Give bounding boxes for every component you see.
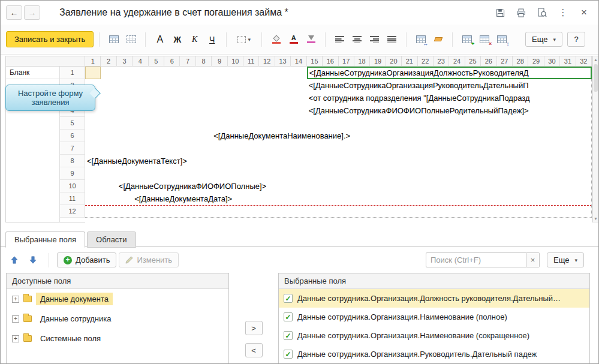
tab-selected-fields[interactable]: Выбранные поля [5, 231, 85, 248]
panel-more-button[interactable]: Еще▾ [547, 252, 584, 267]
selected-field-row[interactable]: ✓Данные сотрудника.Организация.Руководит… [279, 345, 589, 363]
save-icon[interactable] [494, 7, 506, 19]
cell-text[interactable]: <[ДанныеДокументаТекст]> [87, 155, 187, 167]
add-cells-icon[interactable]: + [459, 32, 475, 47]
checkbox[interactable]: ✓ [284, 294, 293, 303]
italic-icon[interactable]: К [186, 32, 203, 47]
column-header[interactable]: 32 [576, 56, 592, 67]
row-header[interactable]: 12 [60, 205, 85, 218]
row-header[interactable]: 7 [60, 142, 85, 155]
help-button[interactable]: ? [567, 32, 585, 47]
cell-text[interactable]: <от сотрудника подразделения "[ДанныеСот… [309, 92, 530, 104]
column-header[interactable]: 31 [560, 56, 576, 67]
column-header[interactable]: 20 [386, 56, 402, 67]
move-right-button[interactable]: > [245, 321, 263, 335]
cell-text[interactable]: <[ДанныеСотрудникаОрганизацияРуководител… [309, 79, 529, 92]
section-label[interactable]: Бланк [6, 67, 59, 79]
column-header[interactable]: 12 [259, 56, 275, 67]
tree-item[interactable]: +Данные документа [7, 289, 228, 309]
column-header[interactable]: 25 [465, 56, 481, 67]
grid-body[interactable]: <[ДанныеСотрудникаОрганизацияДолжностьРу… [85, 67, 592, 222]
column-header[interactable]: 23 [434, 56, 449, 67]
row-header[interactable]: 6 [60, 130, 85, 142]
forward-button[interactable]: → [24, 5, 40, 20]
checkbox[interactable]: ✓ [284, 312, 293, 321]
selected-field-row[interactable]: ✓Данные сотрудника.Организация.Должность… [279, 289, 589, 308]
expand-icon[interactable]: + [12, 315, 19, 323]
column-header[interactable]: 21 [402, 56, 417, 67]
column-header[interactable]: 11 [243, 56, 259, 67]
align-right-icon[interactable] [366, 32, 383, 47]
column-header[interactable]: 18 [354, 56, 370, 67]
sheet-corner[interactable] [6, 56, 85, 67]
show-headers-icon[interactable] [106, 32, 122, 47]
column-header[interactable]: 19 [370, 56, 386, 67]
scrollbar-thumb[interactable] [594, 64, 598, 92]
align-left-icon[interactable] [332, 32, 348, 47]
column-header[interactable]: 15 [307, 56, 323, 67]
column-header[interactable]: 27 [497, 56, 513, 67]
column-header[interactable]: 14 [291, 56, 306, 67]
checkbox[interactable]: ✓ [284, 350, 293, 359]
expand-icon[interactable]: + [12, 296, 19, 303]
merge-cells-icon[interactable]: ↔ [413, 32, 429, 47]
column-header[interactable]: 1 [85, 56, 101, 67]
row-header[interactable]: 9 [60, 167, 85, 180]
tree-item[interactable]: +Данные сотрудника [7, 309, 228, 329]
column-header[interactable]: 24 [449, 56, 465, 67]
row-header[interactable]: 5 [60, 117, 85, 130]
move-cells-icon[interactable]: ↕ [493, 32, 510, 47]
selected-field-row[interactable]: ✓Данные сотрудника.Организация.Наименова… [279, 326, 589, 345]
column-header[interactable]: 30 [544, 56, 560, 67]
active-cell[interactable] [85, 67, 101, 79]
row-header[interactable]: 11 [60, 192, 85, 205]
column-header[interactable]: 16 [323, 56, 338, 67]
save-and-close-button[interactable]: Записать и закрыть [6, 31, 94, 47]
scroll-down-icon[interactable]: ▼ [594, 215, 598, 222]
underline-icon[interactable]: Ч [204, 32, 220, 47]
row-header[interactable]: 8 [60, 155, 85, 167]
column-header[interactable]: 26 [481, 56, 496, 67]
cell-text[interactable]: <[ДанныеСотрудникаФИОФИОПолныеРодительны… [309, 104, 529, 117]
cell-text[interactable]: <[ДанныеСотрудникаФИОФИОПолные]> [119, 180, 266, 192]
move-left-button[interactable]: < [245, 343, 263, 357]
align-center-icon[interactable] [349, 32, 365, 47]
row-header[interactable]: 10 [60, 180, 85, 192]
selected-field-row[interactable]: ✓Данные сотрудника.Организация.Наименова… [279, 308, 589, 326]
show-grid-icon[interactable] [123, 32, 139, 47]
row-header[interactable]: 1 [60, 67, 85, 79]
cell-text[interactable]: <[ДанныеДокументаНаименование].> [213, 130, 350, 142]
kebab-menu-icon[interactable]: ⋮ [557, 7, 569, 19]
column-header[interactable]: 6 [164, 56, 180, 67]
font-icon[interactable]: А [152, 32, 168, 47]
scroll-up-icon[interactable]: ▲ [594, 56, 598, 63]
add-button[interactable]: + Добавить [57, 252, 116, 267]
eraser-icon[interactable] [430, 32, 446, 47]
move-up-button[interactable] [6, 252, 22, 267]
back-button[interactable]: ← [6, 5, 22, 20]
selected-cell[interactable]: <[ДанныеСотрудникаОрганизацияДолжностьРу… [307, 67, 592, 79]
highlight-color-icon[interactable] [303, 32, 319, 47]
search-input[interactable] [426, 252, 526, 267]
column-header[interactable]: 17 [339, 56, 354, 67]
search-clear-icon[interactable]: × [526, 252, 540, 267]
bold-icon[interactable]: Ж [169, 32, 185, 47]
print-icon[interactable] [515, 7, 527, 19]
expand-icon[interactable]: + [12, 335, 19, 342]
edit-button[interactable]: Изменить [119, 252, 179, 267]
column-header[interactable]: 7 [180, 56, 195, 67]
cell-text[interactable]: <[ДанныеДокументаДата]> [134, 192, 232, 205]
column-header[interactable]: 4 [133, 56, 148, 67]
checkbox[interactable]: ✓ [284, 331, 293, 340]
toolbar-more-button[interactable]: Еще▾ [525, 32, 562, 47]
delete-cells-icon[interactable]: × [476, 32, 492, 47]
sheet-vertical-scrollbar[interactable]: ▲ ▼ [592, 56, 599, 222]
column-header[interactable]: 5 [149, 56, 164, 67]
column-header[interactable]: 2 [101, 56, 116, 67]
column-header[interactable]: 13 [275, 56, 291, 67]
preview-icon[interactable] [536, 7, 548, 19]
align-justify-icon[interactable] [384, 32, 400, 47]
borders-icon[interactable]: ▾ [233, 32, 255, 47]
font-color-icon[interactable]: А [285, 32, 302, 47]
column-header[interactable]: 3 [117, 56, 133, 67]
